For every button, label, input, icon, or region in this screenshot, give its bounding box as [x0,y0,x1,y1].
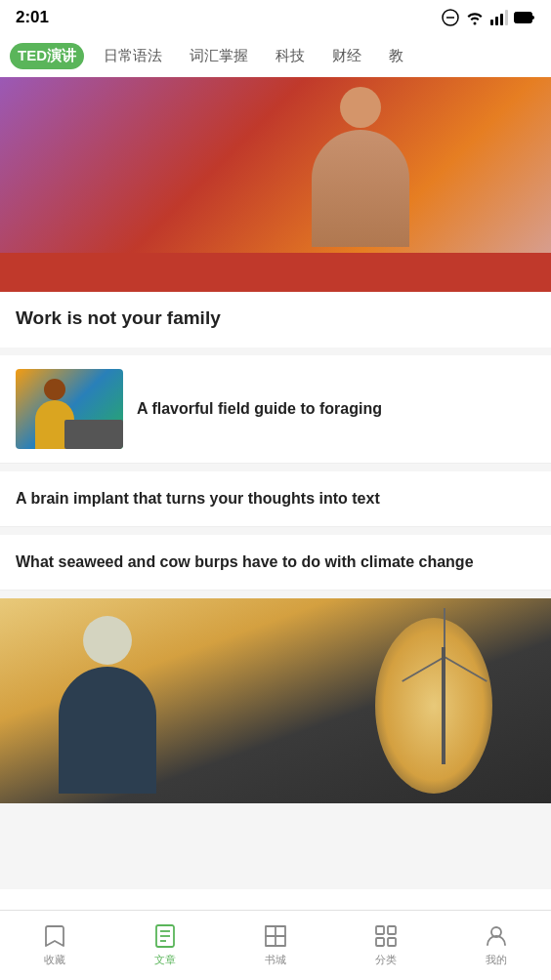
article-item-2[interactable]: A flavorful field guide to foraging [0,355,551,464]
svg-rect-15 [388,938,396,946]
svg-rect-14 [376,938,384,946]
grid-icon [373,923,399,949]
article-thumb-2 [16,369,123,449]
battery-icon [514,12,535,23]
svg-rect-7 [516,14,530,21]
person2-body [59,667,156,794]
article-title-3: A brain implant that turns your thoughts… [16,487,535,510]
person-icon [484,923,509,949]
article-title-4: What seaweed and cow burps have to do wi… [16,551,535,574]
nav-bookmarks-label: 收藏 [44,953,65,967]
svg-rect-2 [490,20,493,25]
category-bar[interactable]: TED演讲 日常语法 词汇掌握 科技 财经 教 [0,35,551,77]
bottom-spacer [0,811,551,889]
article-item-4[interactable]: What seaweed and cow burps have to do wi… [0,535,551,591]
status-bar: 2:01 [0,0,551,35]
featured-article-1[interactable]: Work is not your family [0,77,551,347]
content-area: Work is not your family A flavorful fiel… [0,77,551,889]
signal-icon [490,10,508,25]
featured-article-2[interactable] [0,598,551,803]
nav-categories[interactable]: 分类 [330,923,441,967]
dnd-icon [442,9,459,26]
windmill [414,608,473,764]
blade-3 [402,656,445,682]
wifi-icon [465,10,485,25]
person-head [340,87,381,128]
blade-2 [445,656,487,682]
cat-grammar[interactable]: 日常语法 [96,43,170,69]
svg-rect-4 [500,14,503,25]
article-item-3[interactable]: A brain implant that turns your thoughts… [0,471,551,527]
cat-tech[interactable]: 科技 [268,43,313,69]
bottom-nav: 收藏 文章 书城 [0,910,551,980]
speaker2-silhouette [59,616,156,794]
cat-finance[interactable]: 财经 [324,43,369,69]
windmill-pole [442,647,445,764]
featured-image-1 [0,77,551,292]
featured-image-2 [0,598,551,803]
svg-rect-3 [495,17,498,25]
nav-categories-label: 分类 [375,953,397,967]
featured-title-1: Work is not your family [0,292,551,347]
thumb-image-foraging [16,369,123,449]
cat-ted[interactable]: TED演讲 [10,43,84,69]
nav-profile[interactable]: 我的 [441,923,551,967]
nav-articles-label: 文章 [154,953,176,967]
nav-bookstore[interactable]: 书城 [221,923,331,967]
thumb-head [44,379,65,400]
nav-bookstore-label: 书城 [265,953,286,967]
nav-profile-label: 我的 [486,953,507,967]
status-icons [442,9,535,26]
status-time: 2:01 [16,8,49,27]
article-item-inner-2: A flavorful field guide to foraging [0,355,551,464]
nav-articles[interactable]: 文章 [110,923,221,967]
thumb-desk [64,420,123,449]
svg-rect-5 [505,10,508,25]
cat-vocabulary[interactable]: 词汇掌握 [182,43,256,69]
article-icon [152,923,178,949]
svg-rect-13 [388,926,396,934]
bookmark-icon [42,923,67,949]
person-body [312,130,409,247]
svg-rect-12 [376,926,384,934]
person2-head [83,616,132,665]
nav-bookmarks[interactable]: 收藏 [0,923,110,967]
speaker-silhouette [297,87,424,253]
bookstore-icon [263,923,288,949]
cat-education[interactable]: 教 [381,43,411,69]
article-title-2: A flavorful field guide to foraging [137,397,535,421]
